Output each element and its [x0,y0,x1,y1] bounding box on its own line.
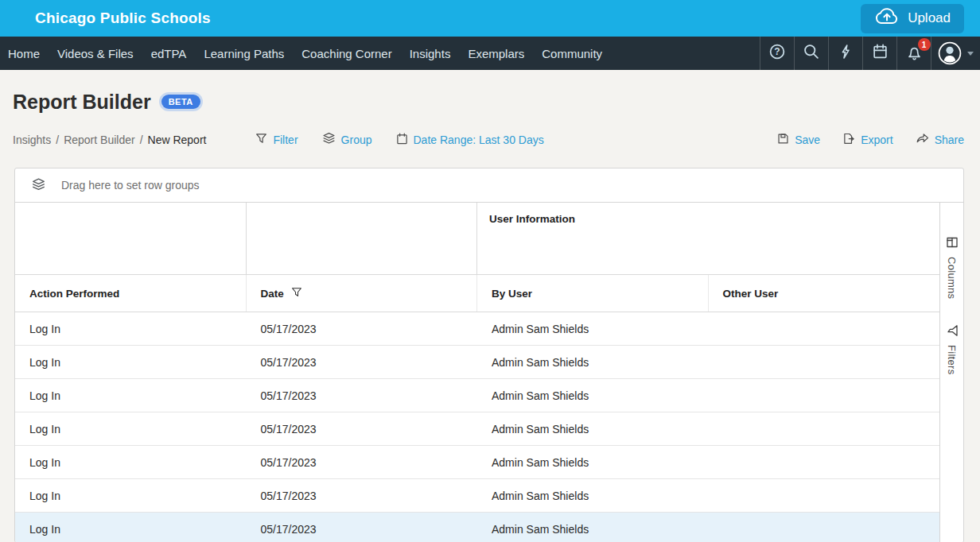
lightning-bolt-icon [838,43,854,64]
breadcrumb-current: New Report [148,134,207,146]
column-label: By User [492,288,532,300]
table-row[interactable]: Log In 05/17/2023 Admin Sam Shields [15,479,939,513]
columns-icon [946,236,959,251]
page-title: Report Builder [13,91,151,114]
calendar-icon [396,133,408,147]
account-menu-button[interactable] [931,37,980,70]
breadcrumb-report-builder[interactable]: Report Builder [64,134,135,146]
funnel-icon [946,324,959,339]
help-button[interactable]: ? [760,37,794,70]
breadcrumb-separator: / [56,134,59,146]
breadcrumb-insights[interactable]: Insights [13,134,51,146]
nav-item-videos-files[interactable]: Videos & Files [49,37,142,70]
notifications-button[interactable]: 1 [896,37,931,70]
report-grid: Drag here to set row groups User Informa… [14,168,964,542]
app-title: Chicago Public Schools [35,10,211,27]
group-header-spacer [15,203,247,274]
avatar [938,41,962,65]
table-row-highlighted[interactable]: Log In 05/17/2023 Admin Sam Shields [15,513,939,542]
cell-date: 05/17/2023 [247,356,478,369]
export-button[interactable]: Export [842,133,892,147]
nav-item-learning-paths[interactable]: Learning Paths [195,37,293,70]
search-icon [803,43,820,64]
upload-button[interactable]: Upload [861,4,964,33]
tab-filters[interactable]: Filters [946,324,959,375]
help-icon: ? [768,43,786,64]
share-button[interactable]: Share [916,133,964,147]
funnel-icon [255,133,267,147]
tab-filters-label: Filters [946,345,958,375]
column-group-header-row: User Information [15,203,939,275]
row-group-drop-zone[interactable]: Drag here to set row groups [15,168,963,203]
upload-label: Upload [908,10,951,26]
nav-spacer [611,37,760,70]
date-range-button[interactable]: Date Range: Last 30 Days [396,132,544,147]
cell-by-user: Admin Sam Shields [477,490,709,502]
save-button[interactable]: Save [777,133,820,147]
calendar-button[interactable] [862,37,896,70]
main-nav: Home Videos & Files edTPA Learning Paths… [0,37,980,70]
filter-label: Filter [273,134,298,146]
cell-action: Log In [15,456,247,469]
calendar-icon [872,43,889,64]
cell-date: 05/17/2023 [247,323,478,335]
group-button[interactable]: Group [322,132,372,147]
layers-icon [322,132,336,147]
group-label: Group [341,134,372,146]
cell-date: 05/17/2023 [247,423,478,436]
column-header-by-user[interactable]: By User [477,275,709,312]
cell-date: 05/17/2023 [247,523,478,536]
cell-by-user: Admin Sam Shields [477,389,709,402]
nav-item-edtpa[interactable]: edTPA [142,37,196,70]
column-header-other-user[interactable]: Other User [709,275,940,312]
column-label: Other User [723,288,779,300]
cell-by-user: Admin Sam Shields [477,523,709,536]
cell-action: Log In [15,389,247,402]
share-icon [916,133,929,147]
cell-action: Log In [15,423,247,436]
table-row[interactable]: Log In 05/17/2023 Admin Sam Shields [15,379,939,412]
cell-by-user: Admin Sam Shields [477,323,709,335]
nav-item-insights[interactable]: Insights [401,37,460,70]
bell-icon: 1 [906,45,923,62]
nav-item-community[interactable]: Community [533,37,611,70]
side-panel-strip: Columns Filters [939,203,963,542]
cell-date: 05/17/2023 [247,490,478,502]
group-header-user-information: User Information [477,203,939,274]
column-header-date[interactable]: Date [247,275,478,312]
nav-item-exemplars[interactable]: Exemplars [459,37,533,70]
table-row[interactable]: Log In 05/17/2023 Admin Sam Shields [15,412,939,446]
nav-item-home[interactable]: Home [0,37,49,70]
layers-icon [31,178,46,193]
cell-by-user: Admin Sam Shields [477,356,709,369]
chevron-down-icon [967,52,974,56]
column-label: Date [261,288,284,300]
activity-button[interactable] [828,37,862,70]
table-row[interactable]: Log In 05/17/2023 Admin Sam Shields [15,446,939,479]
cloud-upload-icon [874,7,900,29]
column-header-action-performed[interactable]: Action Performed [15,275,247,312]
nav-item-coaching-corner[interactable]: Coaching Corner [293,37,400,70]
breadcrumb: Insights / Report Builder / New Report [13,134,206,146]
save-label: Save [795,134,820,146]
cell-date: 05/17/2023 [247,389,478,402]
cell-action: Log In [15,490,247,502]
save-icon [777,133,789,147]
svg-text:?: ? [774,46,780,57]
tab-columns[interactable]: Columns [946,236,959,299]
cell-by-user: Admin Sam Shields [477,423,709,436]
share-label: Share [935,134,964,146]
search-button[interactable] [794,37,828,70]
table-row[interactable]: Log In 05/17/2023 Admin Sam Shields [15,346,939,379]
breadcrumb-separator: / [140,134,143,146]
column-label: Action Performed [29,288,119,300]
cell-by-user: Admin Sam Shields [477,456,709,469]
cell-action: Log In [15,323,247,335]
table-row[interactable]: Log In 05/17/2023 Admin Sam Shields [15,312,939,346]
filter-button[interactable]: Filter [255,132,298,147]
cell-action: Log In [15,523,247,536]
beta-badge: BETA [161,95,200,109]
tab-columns-label: Columns [946,257,958,299]
export-label: Export [861,134,892,146]
row-group-hint: Drag here to set row groups [61,179,200,192]
